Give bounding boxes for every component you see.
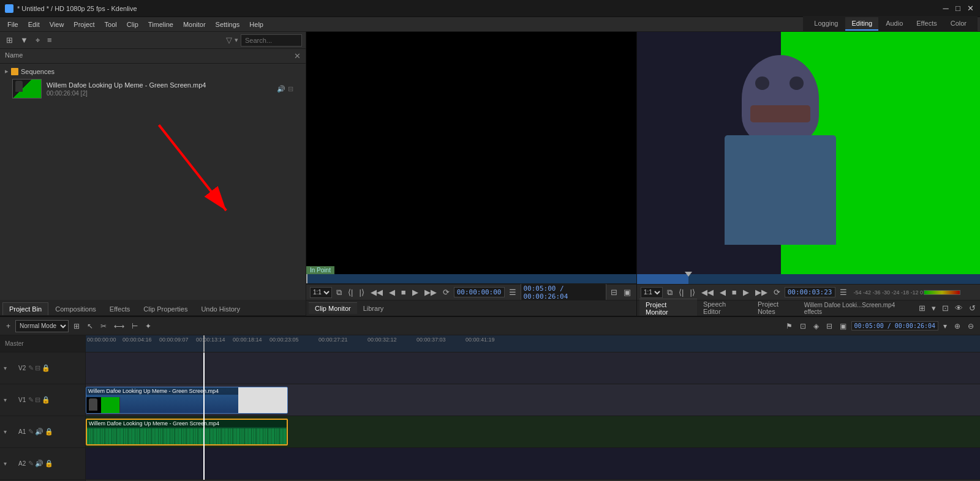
add-folder-button[interactable]: ▼ [18, 34, 31, 46]
menu-monitor[interactable]: Monitor [178, 20, 211, 29]
tl-ripple-toggle[interactable]: ◈ [811, 321, 821, 332]
v2-collapse[interactable]: ▾ [4, 365, 16, 371]
play-backward-button[interactable]: ◀ [387, 287, 397, 297]
effects-grid-view[interactable]: ⊞ [917, 303, 927, 313]
track-lane-v1[interactable]: Willem Dafoe Looking Up Meme - Green Scr… [86, 384, 980, 416]
project-zoom-select[interactable]: 1:1 [641, 287, 663, 298]
tab-clip-monitor[interactable]: Clip Monitor [309, 302, 357, 314]
monitor-menu-button[interactable]: ☰ [507, 287, 518, 297]
a1-edit[interactable]: ✎ [28, 428, 34, 436]
set-in-button[interactable]: ⟨| [346, 287, 355, 297]
stop-button[interactable]: ■ [399, 287, 408, 297]
pm-in-button[interactable]: ⟨| [677, 287, 685, 297]
search-input[interactable] [241, 34, 302, 47]
tl-spacer-tool[interactable]: ⟷ [111, 321, 127, 332]
clip-monitor-timebar[interactable] [306, 274, 636, 284]
tl-add-track[interactable]: + [4, 321, 13, 332]
ws-tab-logging[interactable]: Logging [808, 17, 844, 31]
tl-snap-toggle[interactable]: ⊡ [797, 321, 809, 332]
tl-time-settings[interactable]: ▾ [941, 321, 949, 332]
menu-timeline[interactable]: Timeline [143, 20, 178, 29]
v1-lock[interactable]: 🔒 [42, 396, 50, 404]
monitor-frame-button[interactable]: ⧉ [334, 287, 344, 298]
menu-settings[interactable]: Settings [211, 20, 245, 29]
tl-add-marker[interactable]: ⚑ [783, 321, 795, 332]
a1-lock[interactable]: 🔒 [45, 428, 53, 436]
tab-speech-editor[interactable]: Speech Editor [697, 299, 752, 316]
a1-clip-block[interactable]: Willem Dafoe Looking Up Meme - Green Scr… [86, 419, 288, 446]
a2-lock[interactable]: 🔒 [45, 460, 53, 468]
pm-next-button[interactable]: ▶▶ [753, 287, 769, 297]
next-frame-button[interactable]: ▶▶ [423, 287, 439, 297]
pm-frame-button[interactable]: ⧉ [665, 287, 674, 298]
tab-clip-properties[interactable]: Clip Properties [137, 302, 194, 315]
tab-project-notes[interactable]: Project Notes [752, 299, 804, 316]
set-out-button[interactable]: |⟩ [357, 287, 366, 297]
play-button[interactable]: ▶ [410, 287, 420, 297]
filter-dropdown-arrow[interactable]: ▾ [235, 36, 238, 44]
v1-view[interactable]: ⊟ [35, 396, 40, 404]
clip-item[interactable]: Willem Dafoe Looking Up Meme - Green Scr… [0, 76, 306, 101]
menu-file[interactable]: File [2, 20, 23, 29]
v2-mute[interactable]: 🔒 [42, 364, 50, 372]
pm-loop-button[interactable]: ⟳ [772, 287, 782, 297]
tab-project-monitor[interactable]: Project Monitor [639, 299, 697, 316]
tl-zoom-out[interactable]: ⊖ [965, 321, 976, 332]
prev-frame-button[interactable]: ◀◀ [369, 287, 385, 297]
tab-project-bin[interactable]: Project Bin [2, 302, 48, 315]
pm-out-button[interactable]: |⟩ [688, 287, 696, 297]
tl-razor-tool[interactable]: ✂ [98, 321, 109, 332]
timeline-tracks[interactable]: 00:00:00:00 00:00:04:16 00:00:09:07 00:0… [86, 335, 980, 481]
v2-solo[interactable]: ⊟ [35, 364, 40, 372]
tab-effects[interactable]: Effects [103, 302, 137, 315]
add-clip-button[interactable]: ⊞ [4, 34, 15, 46]
project-monitor-timebar[interactable] [637, 274, 980, 284]
ws-tab-color[interactable]: Color [944, 17, 973, 31]
tab-library[interactable]: Library [357, 303, 390, 314]
menu-clip[interactable]: Clip [122, 20, 143, 29]
a1-audio[interactable]: 🔊 [35, 428, 43, 436]
tl-guide[interactable]: ▣ [837, 321, 849, 332]
mode-select[interactable]: Normal Mode [15, 320, 69, 332]
tab-compositions[interactable]: Compositions [48, 302, 103, 315]
tl-zoom-in[interactable]: ⊕ [952, 321, 963, 332]
menu-view[interactable]: View [45, 20, 69, 29]
a1-collapse[interactable]: ▾ [4, 428, 16, 435]
tl-selection-tool[interactable]: ↖ [85, 321, 96, 332]
pm-play-back-button[interactable]: ◀ [718, 287, 728, 297]
pm-prev-button[interactable]: ◀◀ [699, 287, 715, 297]
close-button[interactable]: ✕ [965, 4, 975, 13]
menu-project[interactable]: Project [69, 20, 99, 29]
effects-dropdown[interactable]: ▾ [930, 303, 938, 313]
track-lane-a1[interactable]: Willem Dafoe Looking Up Meme - Green Scr… [86, 416, 980, 448]
menu-edit[interactable]: Edit [23, 20, 45, 29]
zoom-select[interactable]: 1:1 [310, 287, 332, 298]
track-lane-v2[interactable] [86, 352, 980, 384]
tl-multi-tool[interactable]: ✦ [143, 321, 154, 332]
v1-collapse[interactable]: ▾ [4, 397, 16, 403]
menu-icon[interactable]: ≡ [45, 34, 55, 46]
menu-tool[interactable]: Tool [100, 20, 122, 29]
a2-edit[interactable]: ✎ [28, 460, 34, 468]
tl-group-button[interactable]: ⊞ [71, 321, 82, 332]
effects-reset[interactable]: ↺ [967, 303, 978, 313]
filter-icon[interactable]: ⌖ [33, 34, 42, 47]
sequences-header[interactable]: ▸ Sequences [0, 66, 306, 76]
close-panel-icon[interactable]: ✕ [294, 51, 301, 61]
ws-tab-editing[interactable]: Editing [845, 17, 878, 31]
ws-tab-audio[interactable]: Audio [880, 17, 909, 31]
loop-button[interactable]: ⟳ [441, 287, 451, 297]
tl-subtitle[interactable]: ⊟ [824, 321, 835, 332]
maximize-button[interactable]: □ [953, 4, 963, 13]
pm-menu-button[interactable]: ☰ [838, 287, 849, 297]
v1-clip-block[interactable]: Willem Dafoe Looking Up Meme - Green Scr… [86, 387, 288, 414]
pm-play-button[interactable]: ▶ [741, 287, 751, 297]
minimize-button[interactable]: ─ [941, 4, 951, 13]
a2-collapse[interactable]: ▾ [4, 460, 16, 467]
v1-edit[interactable]: ✎ [28, 396, 34, 404]
jkl-button[interactable]: ▣ [622, 287, 633, 297]
menu-help[interactable]: Help [244, 20, 268, 29]
track-lane-a2[interactable] [86, 448, 980, 480]
effects-visibility[interactable]: 👁 [953, 303, 965, 313]
pm-stop-button[interactable]: ■ [730, 287, 739, 297]
